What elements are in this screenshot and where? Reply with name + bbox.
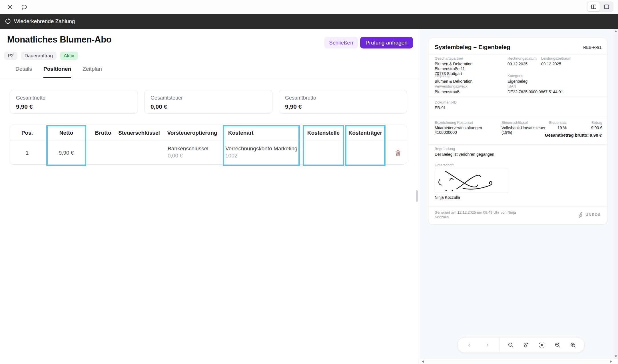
left-panel-scrollbar-thumb[interactable] <box>416 190 418 202</box>
field-iban: IBAN DE22 7625 0000 0867 5144 91 <box>507 84 582 94</box>
receipt-document: Systembeleg – Eigenbeleg REB-R-91 Geschä… <box>428 38 607 225</box>
rotate-button[interactable] <box>522 341 531 349</box>
document-viewer-panel: Systembeleg – Eigenbeleg REB-R-91 Geschä… <box>420 29 618 364</box>
rotate-icon <box>523 342 529 348</box>
cell-vorsteueroptierung[interactable]: Bankenschlüssel 0,00 € <box>168 145 225 159</box>
card-gesamtnetto: Gesamtnetto 9,90 € <box>10 90 138 114</box>
field-value: Blumen & Dekoration <box>435 79 500 84</box>
document-number: REB-R-91 <box>583 45 601 50</box>
zoom-in-icon <box>570 342 576 348</box>
field-label: Empfänger <box>435 74 500 78</box>
field-value: DE22 7625 0000 0867 5144 91 <box>507 90 582 94</box>
scroll-right-arrow[interactable] <box>610 360 612 363</box>
search-icon <box>507 342 514 348</box>
signature-box <box>435 168 508 193</box>
field-label: Begründung <box>435 147 549 151</box>
card-gesamtsteuer: Gesamtsteuer 0,00 € <box>144 90 272 114</box>
col-header-kostenstelle: Kostenstelle <box>304 125 343 141</box>
banner-label: Wiederkehrende Zahlung <box>14 18 75 25</box>
recurring-payment-banner: Wiederkehrende Zahlung <box>0 14 618 29</box>
field-value: 09.12.2025 <box>507 62 539 66</box>
col-header-vorsteueroptierung: Vorsteueroptierung <box>164 125 221 141</box>
previous-page-button[interactable] <box>465 341 473 349</box>
card-label: Gesamtbrutto <box>285 95 401 101</box>
zoom-out-button[interactable] <box>553 341 562 349</box>
divider <box>428 206 607 207</box>
field-rechnungsdatum: Rechnungsdatum 09.12.2025 <box>507 56 539 66</box>
badges-row: P2 Dauerauftrag Aktiv <box>4 52 78 60</box>
card-gesamtbrutto: Gesamtbrutto 9,90 € <box>279 90 407 114</box>
scrollbar-corner <box>613 359 618 364</box>
page-title: Monatliches Blumen-Abo <box>7 35 111 45</box>
tab-zeitplan[interactable]: Zeitplan <box>83 66 102 78</box>
cell-netto: 9,90 € <box>47 141 85 165</box>
split-view-button[interactable] <box>587 2 600 11</box>
field-begruendung: Begründung Der Beleg ist verlohren gegan… <box>435 147 549 157</box>
tab-details[interactable]: Details <box>15 66 32 78</box>
col-header-netto: Netto <box>47 125 85 141</box>
chevron-right-icon <box>484 342 490 348</box>
field-label: Dokument-ID <box>435 100 492 104</box>
uneos-logo-icon <box>578 211 583 218</box>
lineitem-header-steuerschluessel: Steuerschlüssel <box>501 120 528 125</box>
cell-kostenart[interactable]: Verrechnungskonto Marketing 1002 <box>225 145 305 159</box>
scroll-down-arrow[interactable] <box>615 355 617 357</box>
search-button[interactable] <box>506 341 515 349</box>
divider <box>428 117 607 117</box>
lineitem-header-steuersatz: Steuersatz <box>544 120 567 125</box>
zoom-out-icon <box>554 342 561 348</box>
lineitem-header-betrag: Betrag <box>579 120 602 125</box>
field-value: Eigenbeleg <box>507 79 550 84</box>
col-header-brutto: Brutto <box>89 125 117 141</box>
next-page-button[interactable] <box>483 341 491 349</box>
layout-toggle <box>587 1 613 12</box>
field-label: IBAN <box>507 84 582 88</box>
unterschrift-label: Unterschrift <box>435 163 454 167</box>
field-label: Geschäftspartner <box>435 56 500 60</box>
field-label: Verwendungszweck <box>435 84 500 88</box>
tab-positionen[interactable]: Positionen <box>43 66 71 78</box>
close-window-button[interactable] <box>6 3 14 11</box>
viewer-tools <box>499 341 584 349</box>
field-kategorie: Kategorie Eigenbeleg <box>507 74 550 84</box>
single-view-button[interactable] <box>600 2 613 11</box>
lineitem-header-bezeichnung: Bezeichnung Kostenart <box>435 120 473 125</box>
scroll-up-arrow[interactable] <box>615 30 617 32</box>
payment-detail-panel: Monatliches Blumen-Abo Schließen Prüfung… <box>0 29 420 364</box>
card-value: 9,90 € <box>285 103 401 110</box>
fit-to-view-icon <box>539 342 545 348</box>
horizontal-scrollbar[interactable] <box>420 359 614 364</box>
col-header-steuerschluessel: Steuerschlüssel <box>116 125 162 141</box>
delete-row-button[interactable] <box>390 141 405 165</box>
field-verwendungszweck: Verwendungszweck Blumenstrauß <box>435 84 500 94</box>
zoom-in-button[interactable] <box>569 341 577 349</box>
single-pane-icon <box>603 4 610 10</box>
scroll-left-arrow[interactable] <box>422 360 424 363</box>
field-label: Rechnungsdatum <box>507 56 539 60</box>
close-button[interactable]: Schließen <box>324 37 358 48</box>
chevron-left-icon <box>467 342 472 348</box>
request-review-button[interactable]: Prüfung anfragen <box>360 37 413 48</box>
fit-to-view-button[interactable] <box>537 341 546 349</box>
card-value: 9,90 € <box>16 103 132 110</box>
field-geschaeftspartner: Geschäftspartner Blumen & Dekoration Blu… <box>435 56 500 76</box>
vertical-scrollbar[interactable] <box>613 29 618 359</box>
field-dokument-id: Dokument-ID EB-91 <box>435 100 492 110</box>
chat-bubble-icon <box>21 4 27 10</box>
field-empfaenger: Empfänger Blumen & Dekoration <box>435 74 500 84</box>
gross-total: Gesamtbetrag brutto: 9,90 € <box>545 133 602 137</box>
uneos-logo: UNEOS <box>578 211 601 218</box>
field-value: Blumen & Dekoration <box>435 62 500 66</box>
field-value: Blumenstraße 11 <box>435 66 500 71</box>
lineitem-bezeichnung: Mitarbeiterveranstaltungen - 4108000000 <box>435 126 502 135</box>
status-badge: Aktiv <box>60 52 78 60</box>
field-label: Leistungszeitraum <box>541 56 578 60</box>
uneos-logo-text: UNEOS <box>585 213 601 217</box>
trash-icon <box>394 149 402 157</box>
card-value: 0,00 € <box>151 103 266 110</box>
tab-bar: Details Positionen Zeitplan <box>15 66 102 78</box>
chat-button[interactable] <box>20 3 29 11</box>
refresh-icon <box>5 18 11 24</box>
field-value: Der Beleg ist verlohren gegangen <box>435 152 549 157</box>
document-title: Systembeleg – Eigenbeleg <box>435 44 510 50</box>
